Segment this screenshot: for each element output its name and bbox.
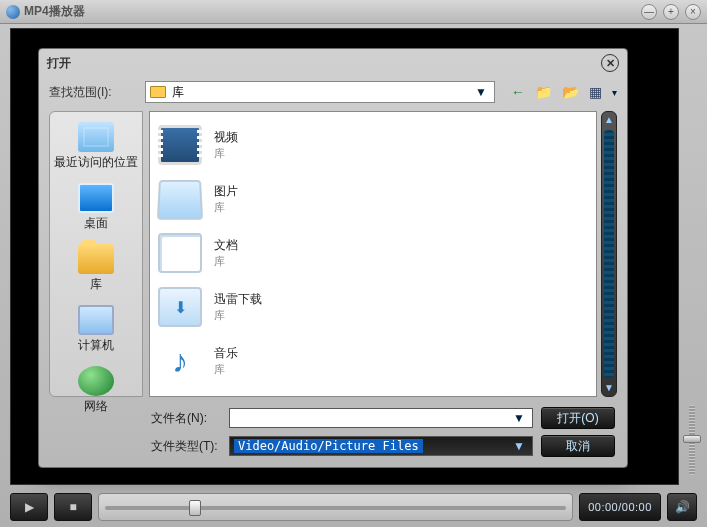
nav-back-icon[interactable]: ←: [511, 84, 525, 100]
app-title: MP4播放器: [24, 3, 85, 20]
seek-bar[interactable]: 8gMP4: [98, 493, 573, 521]
place-libraries[interactable]: 库: [54, 240, 138, 297]
mute-button[interactable]: 🔊: [667, 493, 697, 521]
filetype-label: 文件类型(T):: [151, 438, 221, 455]
item-name: 图片: [214, 183, 238, 200]
computer-icon: [78, 305, 114, 335]
close-app-button[interactable]: ×: [685, 4, 701, 20]
file-list[interactable]: 视频 库 图片 库 文档: [149, 111, 597, 397]
place-recent[interactable]: 最近访问的位置: [54, 118, 138, 175]
scroll-thumb[interactable]: [604, 130, 614, 378]
minimize-button[interactable]: —: [641, 4, 657, 20]
item-sub: 库: [214, 200, 238, 215]
place-label: 库: [90, 276, 102, 293]
places-bar: 最近访问的位置 桌面 库 计算机 网络: [49, 111, 143, 397]
filetype-combo[interactable]: Video/Audio/Picture Files ▼: [229, 436, 533, 456]
time-display: 00:00/00:00: [579, 493, 661, 521]
filename-dropdown-icon[interactable]: ▼: [510, 411, 528, 425]
scroll-down-icon[interactable]: ▼: [602, 380, 616, 396]
volume-slider[interactable]: [683, 400, 701, 480]
item-sub: 库: [214, 254, 238, 269]
seek-thumb[interactable]: [189, 500, 201, 516]
item-name: 迅雷下载: [214, 291, 262, 308]
stop-button[interactable]: ■: [54, 493, 92, 521]
place-computer[interactable]: 计算机: [54, 301, 138, 358]
list-item[interactable]: 图片 库: [158, 172, 588, 226]
maximize-button[interactable]: +: [663, 4, 679, 20]
place-desktop[interactable]: 桌面: [54, 179, 138, 236]
libraries-icon: [78, 244, 114, 274]
filetype-value: Video/Audio/Picture Files: [234, 439, 423, 453]
dialog-close-button[interactable]: ✕: [601, 54, 619, 72]
item-name: 文档: [214, 237, 238, 254]
open-button[interactable]: 打开(O): [541, 407, 615, 429]
lookin-value: 库: [172, 84, 466, 101]
music-library-icon: ♪: [158, 341, 202, 381]
list-item[interactable]: 视频 库: [158, 118, 588, 172]
place-label: 计算机: [78, 337, 114, 354]
nav-views-icon[interactable]: ▦: [589, 84, 602, 100]
nav-views-dropdown-icon[interactable]: ▾: [612, 87, 617, 98]
cancel-button[interactable]: 取消: [541, 435, 615, 457]
item-sub: 库: [214, 362, 238, 377]
list-item[interactable]: ♪ 音乐 库: [158, 334, 588, 388]
nav-up-icon[interactable]: 📁: [535, 84, 552, 100]
downloads-library-icon: [158, 287, 202, 327]
volume-thumb[interactable]: [683, 435, 701, 443]
folder-icon: [150, 86, 166, 98]
place-label: 桌面: [84, 215, 108, 232]
list-item[interactable]: 迅雷下载 库: [158, 280, 588, 334]
lookin-combo[interactable]: 库 ▼: [145, 81, 495, 103]
play-button[interactable]: ▶: [10, 493, 48, 521]
documents-library-icon: [158, 233, 202, 273]
item-sub: 库: [214, 308, 262, 323]
app-logo-icon: [6, 5, 20, 19]
file-list-scrollbar[interactable]: ▲ ▼: [601, 111, 617, 397]
pictures-library-icon: [157, 180, 203, 220]
desktop-icon: [78, 183, 114, 213]
item-name: 视频: [214, 129, 238, 146]
scroll-up-icon[interactable]: ▲: [602, 112, 616, 128]
lookin-dropdown-icon[interactable]: ▼: [472, 84, 490, 100]
item-name: 音乐: [214, 345, 238, 362]
filename-label: 文件名(N):: [151, 410, 221, 427]
open-file-dialog: 打开 ✕ 查找范围(I): 库 ▼ ← 📁 📂 ▦ ▾ 最近访问的位置 桌面: [38, 48, 628, 468]
lookin-label: 查找范围(I):: [49, 84, 139, 101]
video-library-icon: [158, 125, 202, 165]
list-item[interactable]: 文档 库: [158, 226, 588, 280]
filename-input[interactable]: ▼: [229, 408, 533, 428]
nav-newfolder-icon[interactable]: 📂: [562, 84, 579, 100]
dialog-title: 打开: [47, 55, 71, 72]
place-label: 最近访问的位置: [54, 154, 138, 171]
filetype-dropdown-icon[interactable]: ▼: [510, 439, 528, 453]
item-sub: 库: [214, 146, 238, 161]
network-icon: [78, 366, 114, 396]
recent-icon: [78, 122, 114, 152]
